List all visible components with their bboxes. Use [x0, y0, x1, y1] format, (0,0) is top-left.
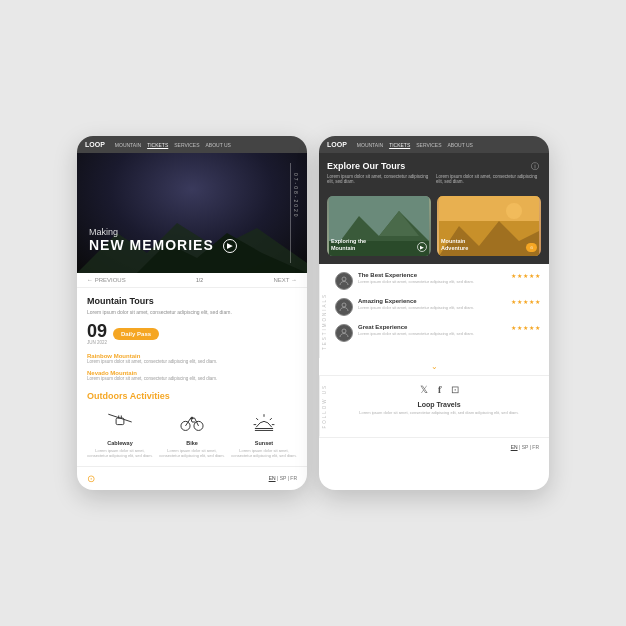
testimonial-1-stars: ★★★★★	[511, 272, 541, 279]
prev-button[interactable]: ← PREVIOUS	[87, 277, 126, 283]
language-selector-1[interactable]: EN | SP | FR	[269, 475, 297, 481]
pagination-bar: ← PREVIOUS 1/2 NEXT →	[77, 273, 307, 288]
desert-card-label: Mountain Adventure	[441, 238, 468, 252]
testimonial-2-stars: ★★★★★	[511, 298, 541, 305]
info-icon[interactable]: ⓘ	[531, 161, 539, 172]
language-selector-2[interactable]: EN | SP | FR	[511, 444, 539, 450]
mountain-card-label: Exploring the Mountain	[331, 238, 366, 252]
social-icons: 𝕏 𝐟 ⊡	[337, 384, 541, 396]
mountain-card-play[interactable]: ▶	[417, 242, 427, 252]
avatar-3	[335, 324, 353, 342]
explore-sub-2: Lorem ipsum dolor sit amet, consectetur …	[436, 174, 541, 184]
nav-tickets-2[interactable]: TICKETS	[389, 142, 410, 148]
lang-en-2[interactable]: EN	[511, 444, 518, 450]
ticket-sub: JUN 2022	[87, 340, 107, 345]
hero-date: 07-08-2020	[293, 173, 299, 219]
testimonial-3-stars: ★★★★★	[511, 324, 541, 331]
list-item: Amazing Experience Lorem ipsum dolor sit…	[335, 298, 541, 316]
page-indicator: 1/2	[196, 277, 203, 283]
hero-line	[290, 163, 291, 263]
mountain-list: Rainbow Mountain Lorem ipsum dolor sit a…	[87, 353, 297, 383]
next-button[interactable]: NEXT →	[273, 277, 297, 283]
phone-2: LOOP MOUNTAIN TICKETS SERVICES ABOUT US …	[319, 136, 549, 490]
activity-cableway: Cableway Lorem ipsum dolor sit amet, con…	[87, 407, 153, 458]
daily-pass-badge[interactable]: Daily Pass	[113, 328, 159, 340]
hero-new-memories: NEW MEMORIES ▶	[89, 237, 237, 253]
nav-logo-1: LOOP	[85, 141, 105, 148]
svg-point-7	[194, 421, 203, 430]
follow-brand: Loop Travels	[337, 401, 541, 408]
follow-desc: Lorem ipsum dolor sit amet, consectetur …	[337, 410, 541, 416]
testimonial-1-title: The Best Experience	[358, 272, 506, 278]
phone2-footer: EN | SP | FR	[319, 437, 549, 456]
testimonials-list: The Best Experience Lorem ipsum dolor si…	[329, 264, 549, 358]
follow-section: FOLLOW US 𝕏 𝐟 ⊡ Loop Travels Lorem ipsum…	[319, 375, 549, 437]
explore-sub-1: Lorem ipsum dolor sit amet, consectetur …	[327, 174, 432, 184]
ticket-row: 09 JUN 2022 Daily Pass	[87, 322, 297, 345]
bike-svg	[179, 409, 205, 435]
cableway-name: Cableway	[87, 440, 153, 446]
nav-mountain-2[interactable]: MOUNTAIN	[357, 142, 383, 148]
list-item: The Best Experience Lorem ipsum dolor si…	[335, 272, 541, 290]
mountain-tours-desc: Lorem ipsum dolor sit amet, consectetur …	[87, 309, 297, 316]
nav-about-2[interactable]: ABOUT US	[447, 142, 472, 148]
testimonial-3-text: Lorem ipsum dolor sit amet, consectetur …	[358, 331, 506, 337]
nav-bar-2: LOOP MOUNTAIN TICKETS SERVICES ABOUT US	[319, 136, 549, 153]
nav-about-1[interactable]: ABOUT US	[205, 142, 230, 148]
tour-card-desert[interactable]: Mountain Adventure ⊙	[437, 196, 541, 256]
mountain-tours-title: Mountain Tours	[87, 296, 297, 306]
nav-tickets-1[interactable]: TICKETS	[147, 142, 168, 148]
avatar-1	[335, 272, 353, 290]
twitter-icon[interactable]: 𝕏	[420, 384, 428, 396]
svg-line-11	[270, 418, 272, 420]
ticket-number-block: 09 JUN 2022	[87, 322, 107, 345]
svg-point-26	[342, 329, 346, 333]
sunset-name: Sunset	[231, 440, 297, 446]
home-icon[interactable]: ⊙	[87, 473, 95, 484]
avatar-2	[335, 298, 353, 316]
mountain-tours-section: Mountain Tours Lorem ipsum dolor sit ame…	[77, 288, 307, 466]
testimonial-3-content: Great Experience Lorem ipsum dolor sit a…	[358, 324, 506, 337]
lang-fr[interactable]: FR	[290, 475, 297, 481]
bike-desc: Lorem ipsum dolor sit amet, consectetur …	[159, 448, 225, 458]
outdoors-title: Outdoors Activities	[87, 391, 297, 401]
activity-sunset: Sunset Lorem ipsum dolor sit amet, conse…	[231, 407, 297, 458]
follow-label: FOLLOW US	[319, 376, 329, 437]
instagram-icon[interactable]: ⊡	[451, 384, 459, 396]
tour-cards: Exploring the Mountain ▶	[327, 196, 541, 256]
phone-1: LOOP MOUNTAIN TICKETS SERVICES ABOUT US …	[77, 136, 307, 490]
outdoors-rest: doors Activities	[103, 391, 170, 401]
sunset-icon	[249, 407, 279, 437]
chevron-down-icon[interactable]: ⌄	[319, 358, 549, 375]
nav-mountain-1[interactable]: MOUNTAIN	[115, 142, 141, 148]
ticket-number: 09	[87, 322, 107, 340]
svg-point-23	[506, 203, 522, 219]
lang-sp[interactable]: SP	[280, 475, 287, 481]
svg-point-25	[342, 303, 346, 307]
cableway-icon	[105, 407, 135, 437]
activity-bike: Bike Lorem ipsum dolor sit amet, consect…	[159, 407, 225, 458]
hero-text: Making NEW MEMORIES ▶	[89, 227, 237, 253]
bike-name: Bike	[159, 440, 225, 446]
svg-point-6	[181, 421, 190, 430]
lang-en[interactable]: EN	[269, 475, 276, 481]
testimonials-label: TESTIMONIALS	[319, 264, 329, 358]
svg-point-8	[191, 417, 193, 419]
lang-fr-2[interactable]: FR	[532, 444, 539, 450]
nav-services-2[interactable]: SERVICES	[416, 142, 441, 148]
svg-line-10	[256, 418, 258, 420]
testimonial-3-title: Great Experience	[358, 324, 506, 330]
testimonial-1-text: Lorem ipsum dolor sit amet, consectetur …	[358, 279, 506, 285]
hero-play-button[interactable]: ▶	[223, 239, 237, 253]
testimonial-1-content: The Best Experience Lorem ipsum dolor si…	[358, 272, 506, 285]
cableway-svg	[107, 409, 133, 435]
lang-sp-2[interactable]: SP	[522, 444, 529, 450]
facebook-icon[interactable]: 𝐟	[438, 384, 441, 396]
hero-making: Making	[89, 227, 237, 237]
phone1-footer: ⊙ EN | SP | FR	[77, 466, 307, 490]
tour-card-mountain[interactable]: Exploring the Mountain ▶	[327, 196, 431, 256]
nav-services-1[interactable]: SERVICES	[174, 142, 199, 148]
nav-logo-2: LOOP	[327, 141, 347, 148]
testimonial-2-title: Amazing Experience	[358, 298, 506, 304]
testimonial-2-text: Lorem ipsum dolor sit amet, consectetur …	[358, 305, 506, 311]
